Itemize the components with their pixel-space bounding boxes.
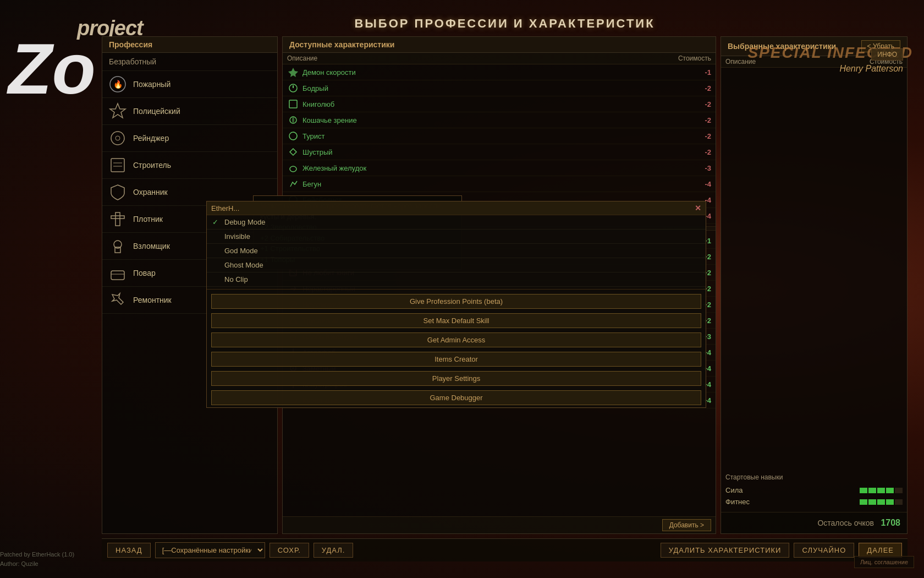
trait-name: Железный желудок xyxy=(302,164,696,172)
available-traits-header: Доступные характеристики xyxy=(283,37,716,53)
skill-name-fitness: Фитнес xyxy=(725,498,860,506)
patch-line2: Author: Quzile xyxy=(0,559,74,569)
debug-title-bar: EtherH... ✕ xyxy=(207,201,706,215)
trait-icon xyxy=(287,178,299,190)
mechanic-icon xyxy=(108,290,128,310)
svg-rect-9 xyxy=(111,216,124,219)
trait-runner[interactable]: Бегун -4 xyxy=(283,176,716,192)
trait-cost: -2 xyxy=(696,100,711,108)
police-icon xyxy=(108,101,128,121)
trait-icon xyxy=(287,130,299,142)
debug-item-invisible[interactable]: Invisible xyxy=(207,230,706,244)
logo-area: project Zo xyxy=(0,0,102,220)
svg-rect-12 xyxy=(111,271,124,280)
patch-info: Patched by EtherHack (1.0) Author: Quzil… xyxy=(0,550,74,568)
prof-unemployed[interactable]: Безработный xyxy=(102,53,277,71)
next-button[interactable]: ДАЛЕЕ xyxy=(859,543,902,558)
trait-name: Бодрый xyxy=(302,84,696,92)
trait-cost: -2 xyxy=(696,148,711,156)
profession-name: Строитель xyxy=(133,161,171,170)
svg-point-3 xyxy=(111,132,124,145)
skill-pip xyxy=(886,499,894,505)
logo-zo-text: Zo xyxy=(8,33,96,105)
delete-button[interactable]: Удал. xyxy=(314,543,354,558)
profession-item-builder[interactable]: Строитель xyxy=(102,152,277,179)
trait-icon xyxy=(287,162,299,174)
skill-name-strength: Сила xyxy=(725,486,860,494)
trait-name: Книголюб xyxy=(302,100,696,108)
svg-point-19 xyxy=(292,117,294,123)
saved-settings-select[interactable]: [—Сохранённые настройки—] xyxy=(155,542,265,558)
selected-traits-list[interactable] xyxy=(721,68,907,464)
debug-item-label: No Clip xyxy=(224,275,248,283)
game-debugger-button[interactable]: Game Debugger xyxy=(211,390,701,405)
add-trait-button[interactable]: Добавить > xyxy=(662,519,711,531)
selected-traits-panel: Выбранные характеристики < Убрать Описан… xyxy=(721,36,908,534)
trait-demon-speed[interactable]: Демон скорости -1 xyxy=(283,64,716,80)
debug-close-button[interactable]: ✕ xyxy=(695,204,701,212)
debug-item-no-clip[interactable]: No Clip xyxy=(207,272,706,287)
random-button[interactable]: СЛУЧАЙНО xyxy=(794,543,854,558)
skill-pip-empty xyxy=(895,488,903,493)
svg-marker-14 xyxy=(288,68,298,77)
profession-name: Пожарный xyxy=(133,80,170,89)
skill-row-fitness: Фитнес xyxy=(725,496,903,508)
profession-name: Охранник xyxy=(133,188,168,197)
firefighter-icon: 🔥 xyxy=(108,74,128,94)
player-settings-button[interactable]: Player Settings xyxy=(211,371,701,386)
items-creator-button[interactable]: Items Creator xyxy=(211,352,701,367)
profession-item-firefighter[interactable]: 🔥 Пожарный xyxy=(102,71,277,98)
set-max-skill-button[interactable]: Set Max Default Skill xyxy=(211,313,701,328)
license-button[interactable]: Лиц. соглашение xyxy=(854,556,914,568)
trait-cat-eyes[interactable]: Кошачье зрение -2 xyxy=(283,112,716,128)
skill-bar-fitness xyxy=(860,499,903,505)
give-profession-points-button[interactable]: Give Profession Points (beta) xyxy=(211,294,701,309)
points-remaining-value: 1708 xyxy=(881,518,900,527)
back-button[interactable]: НАЗАД xyxy=(107,543,151,558)
trait-icon xyxy=(287,82,299,94)
profession-name: Рейнджер xyxy=(133,134,169,143)
profession-name: Повар xyxy=(133,269,156,277)
info-tab[interactable]: ИНФО xyxy=(871,48,903,61)
debug-item-debug-mode[interactable]: ✓ Debug Mode xyxy=(207,215,706,230)
trait-icon xyxy=(287,146,299,158)
trait-cost: -2 xyxy=(696,84,711,92)
profession-item-ranger[interactable]: Рейнджер xyxy=(102,125,277,152)
bottom-bar: НАЗАД [—Сохранённые настройки—] Сохр. Уд… xyxy=(102,538,908,561)
profession-name: Полицейский xyxy=(133,107,180,116)
trait-name: Бегун xyxy=(302,180,696,188)
debug-item-label: Ghost Mode xyxy=(224,261,263,269)
debug-separator xyxy=(207,289,706,290)
save-button[interactable]: Сохр. xyxy=(270,543,309,558)
trait-icon xyxy=(287,98,299,110)
debug-item-label: Invisible xyxy=(224,232,250,241)
delete-traits-button[interactable]: УДАЛИТЬ ХАРАКТЕРИСТИКИ xyxy=(661,543,790,558)
debug-item-god-mode[interactable]: God Mode xyxy=(207,244,706,258)
profession-name: Ремонтник xyxy=(133,296,172,304)
skill-pip-empty xyxy=(895,499,903,505)
trait-vigorous[interactable]: Бодрый -2 xyxy=(283,80,716,96)
trait-name: Кошачье зрение xyxy=(302,116,696,124)
trait-bookworm[interactable]: Книголюб -2 xyxy=(283,96,716,112)
skill-pip xyxy=(868,488,876,493)
trait-icon xyxy=(287,114,299,126)
available-traits-col-header: Описание Стоимость xyxy=(283,53,716,64)
profession-name: Плотник xyxy=(133,215,163,223)
debug-item-ghost-mode[interactable]: Ghost Mode xyxy=(207,258,706,272)
svg-rect-5 xyxy=(111,159,124,172)
trait-tourist[interactable]: Турист -2 xyxy=(283,128,716,144)
skills-title: Стартовые навыки xyxy=(725,473,903,481)
trait-quick[interactable]: Шустрый -2 xyxy=(283,144,716,160)
points-remaining-label: Осталось очков xyxy=(817,519,874,527)
trait-cost: -2 xyxy=(696,132,711,140)
locksmith-icon xyxy=(108,236,128,256)
trait-name: Турист xyxy=(302,132,696,140)
svg-point-21 xyxy=(290,166,296,172)
get-admin-access-button[interactable]: Get Admin Access xyxy=(211,332,701,347)
skill-pip xyxy=(868,499,876,505)
trait-cost: -3 xyxy=(696,164,711,172)
profession-item-police[interactable]: Полицейский xyxy=(102,98,277,125)
svg-rect-8 xyxy=(116,212,120,226)
trait-iron-stomach[interactable]: Железный желудок -3 xyxy=(283,160,716,176)
trait-name: Шустрый xyxy=(302,148,696,156)
